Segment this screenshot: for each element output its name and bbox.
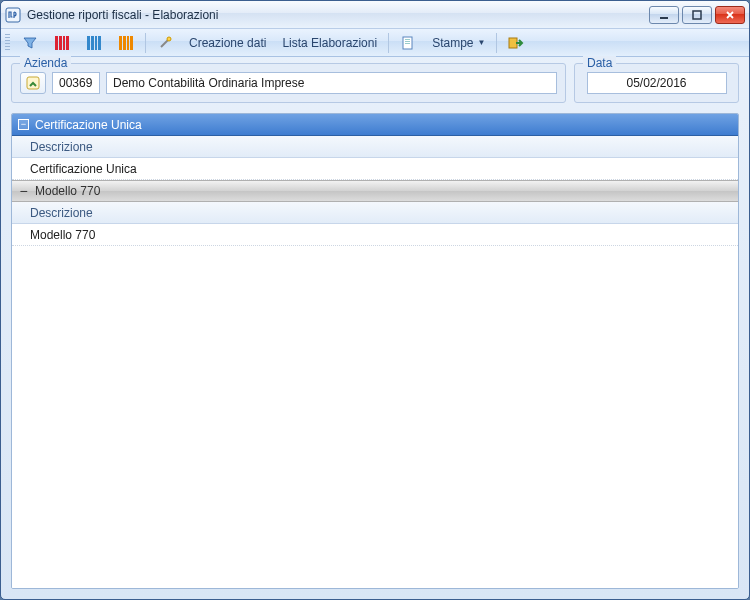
page-icon — [400, 35, 416, 51]
toolbar-separator — [145, 33, 146, 53]
window-title: Gestione riporti fiscali - Elaborazioni — [27, 8, 649, 22]
svg-rect-1 — [660, 17, 668, 19]
group-header-modello-770[interactable]: − Modello 770 — [12, 180, 738, 202]
table-row[interactable]: Modello 770 — [12, 224, 738, 246]
column-label: Descrizione — [30, 206, 93, 220]
grid-empty-area — [12, 246, 738, 588]
svg-rect-8 — [509, 38, 517, 48]
calendar-year-icon — [118, 35, 134, 51]
filter-header: Azienda 00369 Demo Contabilità Ordinaria… — [1, 57, 749, 109]
row-value: Modello 770 — [30, 228, 95, 242]
data-fieldset: Data 05/02/2016 — [574, 63, 739, 103]
toolbar: Creazione dati Lista Elaborazioni Stampe… — [1, 29, 749, 57]
collapse-icon: − — [18, 119, 29, 130]
calendar-week-icon — [54, 35, 70, 51]
toolbar-label: Lista Elaborazioni — [282, 36, 377, 50]
maximize-button[interactable] — [682, 6, 712, 24]
row-value: Certificazione Unica — [30, 162, 137, 176]
azienda-fieldset: Azienda 00369 Demo Contabilità Ordinaria… — [11, 63, 566, 103]
column-header: Descrizione — [12, 136, 738, 158]
toolbar-btn-cal3[interactable] — [111, 32, 141, 54]
collapse-icon: − — [18, 186, 29, 197]
calendar-month-icon — [86, 35, 102, 51]
toolbar-btn-filter[interactable] — [15, 32, 45, 54]
svg-rect-2 — [693, 11, 701, 19]
app-window: Gestione riporti fiscali - Elaborazioni — [0, 0, 750, 600]
toolbar-label: Creazione dati — [189, 36, 266, 50]
svg-rect-6 — [405, 41, 410, 42]
toolbar-btn-exit[interactable] — [501, 32, 531, 54]
toolbar-separator — [496, 33, 497, 53]
azienda-code-input[interactable]: 00369 — [52, 72, 100, 94]
table-row[interactable]: Certificazione Unica — [12, 158, 738, 180]
azienda-lookup-button[interactable] — [20, 72, 46, 94]
svg-rect-0 — [6, 8, 20, 22]
column-label: Descrizione — [30, 140, 93, 154]
azienda-name-input[interactable]: Demo Contabilità Ordinaria Imprese — [106, 72, 557, 94]
azienda-legend: Azienda — [20, 56, 71, 70]
toolbar-btn-lista-elaborazioni[interactable]: Lista Elaborazioni — [275, 32, 384, 54]
toolbar-label: Stampe — [432, 36, 473, 50]
data-legend: Data — [583, 56, 616, 70]
toolbar-btn-page[interactable] — [393, 32, 423, 54]
funnel-icon — [22, 35, 38, 51]
toolbar-btn-tool[interactable] — [150, 32, 180, 54]
toolbar-btn-creazione-dati[interactable]: Creazione dati — [182, 32, 273, 54]
toolbar-btn-cal2[interactable] — [79, 32, 109, 54]
data-value-input[interactable]: 05/02/2016 — [587, 72, 727, 94]
title-bar: Gestione riporti fiscali - Elaborazioni — [1, 1, 749, 29]
toolbar-grip-icon — [5, 34, 10, 52]
toolbar-separator — [388, 33, 389, 53]
group-title: Certificazione Unica — [35, 118, 142, 132]
toolbar-btn-stampe[interactable]: Stampe ▼ — [425, 32, 492, 54]
app-icon — [5, 7, 21, 23]
svg-rect-7 — [405, 43, 410, 44]
grid-area: − Certificazione Unica Descrizione Certi… — [11, 113, 739, 589]
chevron-down-icon: ▼ — [477, 38, 485, 47]
wand-icon — [157, 35, 173, 51]
group-title: Modello 770 — [35, 184, 100, 198]
window-controls — [649, 6, 745, 24]
column-header: Descrizione — [12, 202, 738, 224]
toolbar-btn-cal1[interactable] — [47, 32, 77, 54]
group-header-certificazione-unica[interactable]: − Certificazione Unica — [12, 114, 738, 136]
minimize-button[interactable] — [649, 6, 679, 24]
close-button[interactable] — [715, 6, 745, 24]
exit-icon — [508, 35, 524, 51]
svg-point-3 — [167, 37, 171, 41]
svg-rect-5 — [405, 39, 410, 40]
